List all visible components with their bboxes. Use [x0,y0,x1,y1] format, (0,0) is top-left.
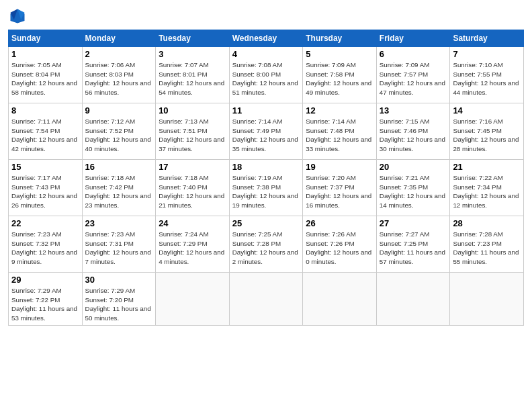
table-row: 4 Sunrise: 7:08 AMSunset: 8:00 PMDayligh… [229,47,303,103]
col-thursday: Thursday [303,30,377,47]
table-row: 8 Sunrise: 7:11 AMSunset: 7:54 PMDayligh… [9,103,83,160]
col-monday: Monday [82,30,156,47]
table-row [229,273,303,326]
col-tuesday: Tuesday [156,30,230,47]
table-row: 15 Sunrise: 7:17 AMSunset: 7:43 PMDaylig… [9,160,83,216]
day-info: Sunrise: 7:09 AMSunset: 7:58 PMDaylight:… [306,61,371,96]
logo [8,7,30,26]
day-info: Sunrise: 7:11 AMSunset: 7:54 PMDaylight:… [11,118,77,152]
day-number: 17 [159,162,226,172]
page-container: Sunday Monday Tuesday Wednesday Thursday… [0,0,532,331]
day-number: 3 [159,49,226,59]
day-info: Sunrise: 7:20 AMSunset: 7:37 PMDaylight:… [306,174,371,209]
day-info: Sunrise: 7:12 AMSunset: 7:52 PMDaylight:… [85,118,151,152]
table-row: 20 Sunrise: 7:21 AMSunset: 7:35 PMDaylig… [376,160,450,216]
day-info: Sunrise: 7:23 AMSunset: 7:31 PMDaylight:… [85,230,151,265]
day-number: 8 [11,105,79,116]
day-number: 7 [453,49,521,59]
day-number: 15 [11,162,79,172]
table-row: 11 Sunrise: 7:14 AMSunset: 7:49 PMDaylig… [229,103,303,160]
day-number: 28 [453,218,521,228]
day-number: 25 [232,218,300,228]
table-row [303,273,377,326]
day-info: Sunrise: 7:10 AMSunset: 7:55 PMDaylight:… [453,61,519,96]
day-number: 27 [380,218,447,228]
day-info: Sunrise: 7:29 AMSunset: 7:22 PMDaylight:… [11,287,77,322]
table-row: 30 Sunrise: 7:29 AMSunset: 7:20 PMDaylig… [82,273,156,326]
day-info: Sunrise: 7:19 AMSunset: 7:38 PMDaylight:… [232,174,298,209]
table-row: 27 Sunrise: 7:27 AMSunset: 7:25 PMDaylig… [376,216,450,273]
day-number: 13 [380,105,447,116]
day-number: 20 [380,162,447,172]
day-number: 26 [306,218,373,228]
table-row: 3 Sunrise: 7:07 AMSunset: 8:01 PMDayligh… [156,47,230,103]
day-number: 24 [159,218,226,228]
day-info: Sunrise: 7:22 AMSunset: 7:34 PMDaylight:… [453,174,519,209]
day-number: 2 [85,49,153,59]
page-header [8,7,524,26]
table-row [376,273,450,326]
day-info: Sunrise: 7:14 AMSunset: 7:49 PMDaylight:… [232,118,298,152]
table-row: 9 Sunrise: 7:12 AMSunset: 7:52 PMDayligh… [82,103,156,160]
day-number: 29 [11,275,79,285]
day-info: Sunrise: 7:17 AMSunset: 7:43 PMDaylight:… [11,174,77,209]
day-number: 21 [453,162,521,172]
table-row: 28 Sunrise: 7:28 AMSunset: 7:23 PMDaylig… [450,216,524,273]
table-row: 18 Sunrise: 7:19 AMSunset: 7:38 PMDaylig… [229,160,303,216]
calendar-week-row: 1 Sunrise: 7:05 AMSunset: 8:04 PMDayligh… [9,47,524,103]
table-row: 6 Sunrise: 7:09 AMSunset: 7:57 PMDayligh… [376,47,450,103]
day-number: 5 [306,49,373,59]
day-info: Sunrise: 7:29 AMSunset: 7:20 PMDaylight:… [85,287,151,322]
table-row: 16 Sunrise: 7:18 AMSunset: 7:42 PMDaylig… [82,160,156,216]
day-info: Sunrise: 7:13 AMSunset: 7:51 PMDaylight:… [159,118,224,152]
day-number: 4 [232,49,300,59]
day-info: Sunrise: 7:28 AMSunset: 7:23 PMDaylight:… [453,230,519,265]
col-friday: Friday [376,30,450,47]
calendar-week-row: 29 Sunrise: 7:29 AMSunset: 7:22 PMDaylig… [9,273,524,326]
day-info: Sunrise: 7:08 AMSunset: 8:00 PMDaylight:… [232,61,298,96]
calendar-header-row: Sunday Monday Tuesday Wednesday Thursday… [9,30,524,47]
day-number: 23 [85,218,153,228]
table-row [450,273,524,326]
col-sunday: Sunday [9,30,83,47]
day-number: 19 [306,162,373,172]
day-info: Sunrise: 7:18 AMSunset: 7:40 PMDaylight:… [159,174,224,209]
day-info: Sunrise: 7:09 AMSunset: 7:57 PMDaylight:… [380,61,445,96]
calendar-week-row: 8 Sunrise: 7:11 AMSunset: 7:54 PMDayligh… [9,103,524,160]
day-number: 30 [85,275,153,285]
calendar-table: Sunday Monday Tuesday Wednesday Thursday… [8,30,524,326]
table-row: 29 Sunrise: 7:29 AMSunset: 7:22 PMDaylig… [9,273,83,326]
day-number: 9 [85,105,153,116]
day-info: Sunrise: 7:07 AMSunset: 8:01 PMDaylight:… [159,61,224,96]
day-info: Sunrise: 7:18 AMSunset: 7:42 PMDaylight:… [85,174,151,209]
day-info: Sunrise: 7:26 AMSunset: 7:26 PMDaylight:… [306,230,371,265]
day-info: Sunrise: 7:21 AMSunset: 7:35 PMDaylight:… [380,174,445,209]
day-number: 22 [11,218,79,228]
calendar-week-row: 22 Sunrise: 7:23 AMSunset: 7:32 PMDaylig… [9,216,524,273]
day-number: 10 [159,105,226,116]
day-number: 12 [306,105,373,116]
day-number: 6 [380,49,447,59]
col-wednesday: Wednesday [229,30,303,47]
table-row: 13 Sunrise: 7:15 AMSunset: 7:46 PMDaylig… [376,103,450,160]
day-number: 14 [453,105,521,116]
table-row: 5 Sunrise: 7:09 AMSunset: 7:58 PMDayligh… [303,47,377,103]
day-number: 1 [11,49,79,59]
day-info: Sunrise: 7:14 AMSunset: 7:48 PMDaylight:… [306,118,371,152]
table-row [156,273,230,326]
day-number: 18 [232,162,300,172]
day-info: Sunrise: 7:27 AMSunset: 7:25 PMDaylight:… [380,230,445,265]
day-info: Sunrise: 7:16 AMSunset: 7:45 PMDaylight:… [453,118,519,152]
table-row: 2 Sunrise: 7:06 AMSunset: 8:03 PMDayligh… [82,47,156,103]
table-row: 19 Sunrise: 7:20 AMSunset: 7:37 PMDaylig… [303,160,377,216]
table-row: 10 Sunrise: 7:13 AMSunset: 7:51 PMDaylig… [156,103,230,160]
table-row: 7 Sunrise: 7:10 AMSunset: 7:55 PMDayligh… [450,47,524,103]
day-info: Sunrise: 7:23 AMSunset: 7:32 PMDaylight:… [11,230,77,265]
logo-icon [8,7,27,26]
table-row: 23 Sunrise: 7:23 AMSunset: 7:31 PMDaylig… [82,216,156,273]
day-info: Sunrise: 7:06 AMSunset: 8:03 PMDaylight:… [85,61,151,96]
table-row: 12 Sunrise: 7:14 AMSunset: 7:48 PMDaylig… [303,103,377,160]
table-row: 24 Sunrise: 7:24 AMSunset: 7:29 PMDaylig… [156,216,230,273]
day-info: Sunrise: 7:05 AMSunset: 8:04 PMDaylight:… [11,61,77,96]
table-row: 22 Sunrise: 7:23 AMSunset: 7:32 PMDaylig… [9,216,83,273]
